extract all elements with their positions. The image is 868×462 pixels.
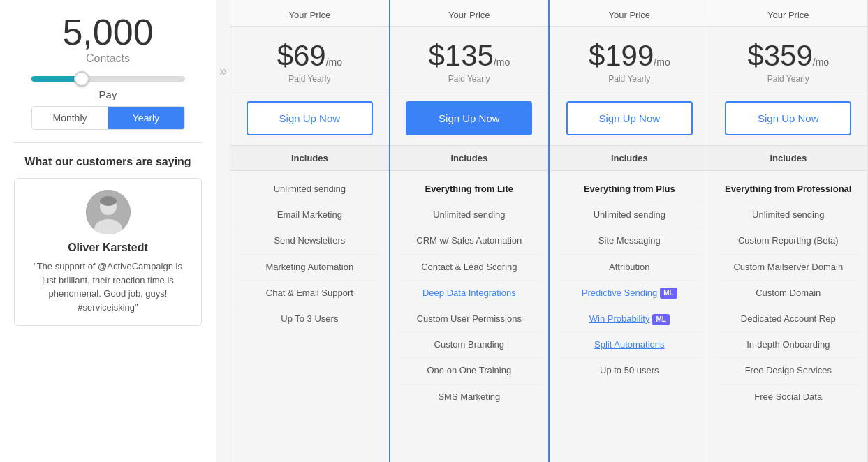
feature-list-enterprise: Everything from ProfessionalUnlimited se… (709, 171, 867, 415)
slider-track (31, 76, 185, 82)
feature-item-enterprise-7: Free Design Services (716, 358, 860, 384)
customers-title: What our customers are saying (24, 156, 191, 168)
testimonial-text: "The support of @ActiveCampaign is just … (26, 260, 190, 314)
plan-price-plus: $135/mo Paid Yearly (390, 27, 548, 91)
contacts-count: 5,000 (62, 13, 153, 52)
billing-toggle[interactable]: Monthly Yearly (31, 106, 185, 130)
ml-badge: ML (652, 314, 669, 325)
price-amount-professional: $199 (589, 39, 654, 72)
includes-header-professional: Includes (550, 145, 708, 171)
feature-item-professional-6[interactable]: Split Automations (557, 332, 701, 358)
feature-item-enterprise-2: Custom Reporting (Beta) (716, 228, 860, 254)
feature-item-plus-1: Unlimited sending (397, 202, 541, 228)
feature-item-enterprise-8: Free Social Data (716, 385, 860, 410)
price-per-lite: /mo (326, 57, 342, 68)
feature-item-plus-4[interactable]: Deep Data Integrations (397, 281, 541, 306)
feature-item-lite-4: Chat & Email Support (237, 281, 381, 306)
divider-1 (14, 142, 202, 143)
plan-header-enterprise: Your Price (709, 0, 867, 27)
feature-item-lite-1: Email Marketing (237, 202, 381, 228)
feature-item-professional-1: Unlimited sending (557, 202, 701, 228)
testimonial-box: Oliver Karstedt "The support of @ActiveC… (14, 178, 202, 326)
feature-item-professional-2: Site Messaging (557, 228, 701, 254)
plan-col-lite: Your Price $69/mo Paid Yearly Sign Up No… (230, 0, 388, 462)
feature-item-lite-5: Up To 3 Users (237, 306, 381, 331)
feature-item-plus-3: Contact & Lead Scoring (397, 255, 541, 281)
yearly-toggle[interactable]: Yearly (108, 107, 184, 129)
feature-item-plus-7: One on One Training (397, 358, 541, 384)
feature-item-professional-4[interactable]: Predictive SendingML (557, 281, 701, 306)
price-billing-enterprise: Paid Yearly (715, 74, 862, 84)
price-per-plus: /mo (494, 57, 510, 68)
feature-item-plus-0: Everything from Lite (397, 177, 541, 202)
plan-col-plus: Your Price $135/mo Paid Yearly Sign Up N… (389, 0, 550, 462)
feature-item-lite-3: Marketing Automation (237, 255, 381, 281)
plan-price-lite: $69/mo Paid Yearly (230, 27, 388, 91)
signup-btn-lite[interactable]: Sign Up Now (247, 101, 373, 135)
contacts-label: Contacts (86, 52, 130, 65)
signup-btn-enterprise[interactable]: Sign Up Now (725, 101, 851, 135)
feature-item-plus-5: Custom User Permissions (397, 306, 541, 332)
price-billing-lite: Paid Yearly (236, 74, 383, 84)
slider-thumb[interactable] (74, 71, 89, 87)
feature-item-enterprise-3: Custom Mailserver Domain (716, 255, 860, 281)
customer-name: Oliver Karstedt (68, 241, 148, 254)
signup-btn-professional[interactable]: Sign Up Now (566, 101, 693, 135)
feature-item-enterprise-0: Everything from Professional (716, 177, 860, 202)
feature-item-enterprise-4: Custom Domain (716, 281, 860, 306)
signup-btn-plus[interactable]: Sign Up Now (406, 101, 532, 135)
next-arrow-icon[interactable]: » (219, 63, 227, 79)
monthly-toggle[interactable]: Monthly (32, 107, 108, 129)
price-amount-plus: $135 (428, 39, 493, 72)
pricing-columns: Your Price $69/mo Paid Yearly Sign Up No… (230, 0, 868, 462)
feature-item-professional-7: Up to 50 users (557, 358, 701, 383)
plan-price-professional: $199/mo Paid Yearly (550, 27, 708, 91)
plan-header-lite: Your Price (230, 0, 388, 27)
feature-item-professional-0: Everything from Plus (557, 177, 701, 202)
feature-list-professional: Everything from PlusUnlimited sendingSit… (550, 171, 708, 389)
price-per-enterprise: /mo (813, 57, 829, 68)
feature-list-lite: Unlimited sendingEmail MarketingSend New… (230, 171, 388, 337)
arrow-container[interactable]: » (216, 0, 230, 462)
pay-label: Pay (99, 89, 117, 100)
feature-item-lite-2: Send Newsletters (237, 228, 381, 254)
feature-item-professional-3: Attribution (557, 255, 701, 281)
feature-list-plus: Everything from LiteUnlimited sendingCRM… (390, 171, 548, 415)
price-amount-lite: $69 (277, 39, 326, 72)
feature-item-professional-5[interactable]: Win ProbabilityML (557, 306, 701, 332)
price-per-professional: /mo (654, 57, 670, 68)
ml-badge: ML (660, 288, 677, 299)
feature-item-plus-8: SMS Marketing (397, 385, 541, 410)
plan-col-professional: Your Price $199/mo Paid Yearly Sign Up N… (550, 0, 708, 462)
feature-item-enterprise-5: Dedicated Account Rep (716, 306, 860, 332)
price-billing-professional: Paid Yearly (556, 74, 703, 84)
includes-header-plus: Includes (390, 145, 548, 171)
contacts-slider-container[interactable] (31, 76, 185, 82)
plan-header-professional: Your Price (550, 0, 708, 27)
feature-item-lite-0: Unlimited sending (237, 177, 381, 202)
price-billing-plus: Paid Yearly (396, 74, 543, 84)
price-amount-enterprise: $359 (747, 39, 812, 72)
plan-header-plus: Your Price (390, 0, 548, 27)
plan-col-enterprise: Your Price $359/mo Paid Yearly Sign Up N… (709, 0, 868, 462)
plan-price-enterprise: $359/mo Paid Yearly (709, 27, 867, 91)
svg-point-3 (100, 196, 117, 206)
feature-item-plus-2: CRM w/ Sales Automation (397, 228, 541, 254)
feature-item-plus-6: Custom Branding (397, 332, 541, 358)
feature-item-enterprise-1: Unlimited sending (716, 202, 860, 228)
left-panel: 5,000 Contacts Pay Monthly Yearly What o… (0, 0, 216, 462)
includes-header-enterprise: Includes (709, 145, 867, 171)
includes-header-lite: Includes (230, 145, 388, 171)
feature-item-enterprise-6: In-depth Onboarding (716, 332, 860, 358)
pricing-grid: Your Price $69/mo Paid Yearly Sign Up No… (230, 0, 868, 462)
avatar (86, 190, 131, 234)
